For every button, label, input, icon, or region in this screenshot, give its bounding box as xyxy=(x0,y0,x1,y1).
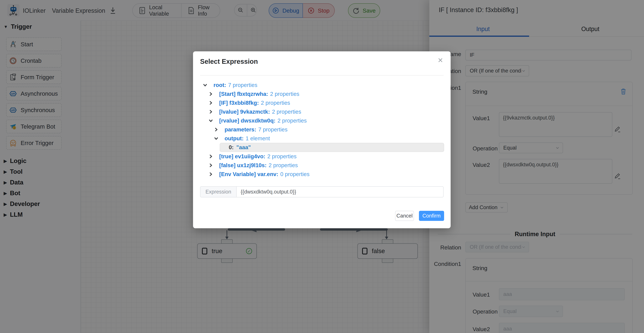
tree-row[interactable]: [Start] fbxtqzrwha: 2 properties xyxy=(200,90,444,98)
chevron-right-icon[interactable] xyxy=(209,110,213,114)
tree-count: 2 properties xyxy=(278,118,307,124)
chevron-right-icon[interactable] xyxy=(209,101,213,105)
chevron-right-icon[interactable] xyxy=(209,163,213,168)
tree-key: [rvalue] dwsxdktw0q: xyxy=(219,118,276,124)
tree-count: 1 element xyxy=(246,135,270,142)
tree-row[interactable]: [IF] f3xbbi8fkg: 2 properties xyxy=(200,98,444,107)
tree-row[interactable]: [false] ux1zj9l10s: 2 properties xyxy=(200,161,444,170)
tree-row[interactable]: parameters: 7 properties xyxy=(200,125,444,134)
tree-count: 2 properties xyxy=(270,91,299,97)
tree-count: 0 properties xyxy=(280,171,310,177)
cancel-button[interactable]: Cancel xyxy=(395,211,414,221)
tree-key: output: xyxy=(224,135,244,142)
tree-key: 0: xyxy=(229,144,234,151)
tree-key: [Env Variable] var.env: xyxy=(219,171,278,177)
chevron-right-icon[interactable] xyxy=(214,127,218,132)
tree-key: [false] ux1zj9l10s: xyxy=(219,162,266,169)
expression-field: Expression xyxy=(200,186,444,197)
tree-row[interactable]: [rvalue] dwsxdktw0q: 2 properties xyxy=(200,116,444,125)
tree-row[interactable]: [lvalue] 9vkazmctk: 2 properties xyxy=(200,107,444,116)
tree-value: "aaa" xyxy=(236,144,251,151)
dialog-divider xyxy=(200,75,444,76)
tree-count: 2 properties xyxy=(272,109,301,115)
tree-key: [Start] fbxtqzrwha: xyxy=(219,91,268,97)
select-expression-dialog: Select Expression × root: 7 properties [… xyxy=(193,51,451,228)
dialog-title: Select Expression xyxy=(200,58,258,65)
chevron-down-icon[interactable] xyxy=(214,136,218,141)
tree-row[interactable]: [true] ev1uiig4vo: 2 properties xyxy=(200,152,444,161)
confirm-button[interactable]: Confirm xyxy=(419,211,444,221)
chevron-right-icon[interactable] xyxy=(209,154,213,159)
tree-count: 7 properties xyxy=(228,82,257,88)
expression-input[interactable] xyxy=(237,186,444,197)
tree-key: root: xyxy=(214,82,226,88)
chevron-right-icon[interactable] xyxy=(209,92,213,96)
tree-key: [IF] f3xbbi8fkg: xyxy=(219,100,259,106)
expression-field-label: Expression xyxy=(200,186,237,197)
expression-tree: root: 7 properties [Start] fbxtqzrwha: 2… xyxy=(200,81,444,179)
tree-key: [lvalue] 9vkazmctk: xyxy=(219,109,270,115)
tree-count: 7 properties xyxy=(258,126,288,133)
chevron-down-icon[interactable] xyxy=(203,83,207,87)
close-icon[interactable]: × xyxy=(438,56,443,65)
tree-row[interactable]: [Env Variable] var.env: 0 properties xyxy=(200,170,444,179)
tree-key: parameters: xyxy=(224,126,256,133)
tree-row[interactable]: output: 1 element xyxy=(200,134,444,143)
chevron-down-icon[interactable] xyxy=(209,119,213,123)
tree-count: 2 properties xyxy=(268,162,298,169)
chevron-right-icon[interactable] xyxy=(209,172,213,176)
tree-count: 2 properties xyxy=(267,153,296,160)
tree-row-selected[interactable]: 0: "aaa" xyxy=(220,143,444,152)
tree-count: 2 properties xyxy=(261,100,290,106)
tree-row[interactable]: root: 7 properties xyxy=(200,81,444,90)
tree-key: [true] ev1uiig4vo: xyxy=(219,153,265,160)
